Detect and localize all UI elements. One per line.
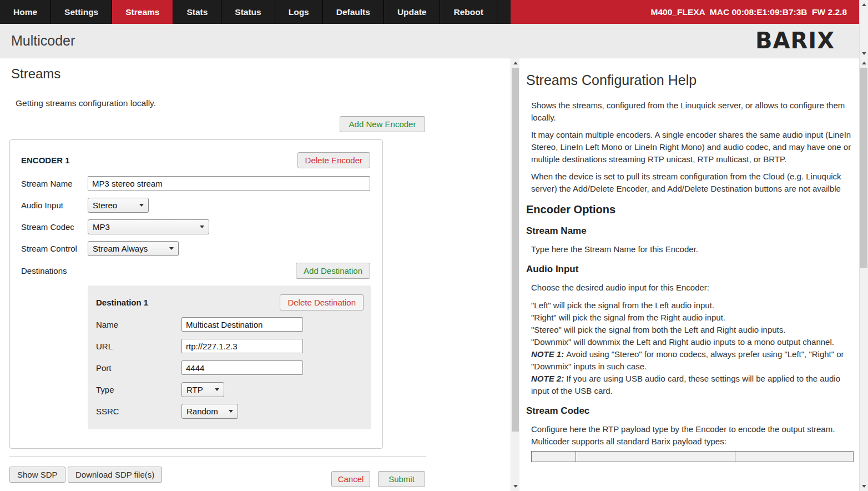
destination-type-label: Type xyxy=(96,385,181,394)
nav-tab-streams[interactable]: Streams xyxy=(112,0,173,24)
destination-ssrc-value: Random xyxy=(186,407,218,416)
encoder-title: ENCODER 1 xyxy=(21,156,70,165)
stream-name-label: Stream Name xyxy=(21,179,88,188)
cancel-button[interactable]: Cancel xyxy=(331,471,370,487)
stream-control-label: Stream Control xyxy=(21,244,88,253)
scroll-down-button[interactable] xyxy=(860,482,868,491)
audio-input-label: Audio Input xyxy=(21,201,88,210)
destination-url-input[interactable] xyxy=(181,339,303,353)
destination-ssrc-select[interactable]: Random xyxy=(181,404,238,419)
help-paragraph: Shows the streams, configured from the L… xyxy=(531,99,854,124)
download-sdp-button[interactable]: Download SDP file(s) xyxy=(68,467,162,483)
scroll-up-button[interactable] xyxy=(860,0,868,9)
table-cell xyxy=(576,451,735,462)
help-section-heading: Stream Name xyxy=(526,224,854,238)
destination-name-label: Name xyxy=(96,320,181,329)
streams-panel-scrollbar[interactable] xyxy=(511,58,519,491)
nav-tab-logs[interactable]: Logs xyxy=(275,0,323,24)
chevron-down-icon xyxy=(215,388,219,391)
destination-header: Destination 1 Delete Destination xyxy=(96,294,364,310)
chevron-down-icon xyxy=(229,410,233,413)
show-sdp-button[interactable]: Show SDP xyxy=(9,467,65,483)
nav-bar: HomeSettingsStreamsStatsStatusLogsDefaul… xyxy=(0,0,859,24)
nav-tab-settings[interactable]: Settings xyxy=(51,0,112,24)
nav-tab-defaults[interactable]: Defaults xyxy=(323,0,384,24)
scroll-up-icon xyxy=(513,62,518,64)
help-paragraph: It may contain multiple encoders. A sing… xyxy=(531,129,854,166)
stream-name-input[interactable] xyxy=(88,176,370,191)
destination-type-value: RTP xyxy=(186,385,203,394)
stream-control-select[interactable]: Stream Always xyxy=(88,241,179,256)
help-panel: Streams Configuration Help Shows the str… xyxy=(519,58,859,491)
scroll-down-icon xyxy=(862,52,866,55)
page-header: Multicoder BARIX xyxy=(0,24,859,58)
submit-button[interactable]: Submit xyxy=(378,471,425,487)
destination-url-label: URL xyxy=(96,342,181,351)
destination-port-input[interactable] xyxy=(181,360,303,375)
nav-tab-stats[interactable]: Stats xyxy=(173,0,221,24)
nav-tab-status[interactable]: Status xyxy=(221,0,275,24)
nav-tabs: HomeSettingsStreamsStatsStatusLogsDefaul… xyxy=(0,0,497,24)
scroll-up-button[interactable] xyxy=(860,58,868,68)
scroll-down-button[interactable] xyxy=(511,482,519,491)
chevron-down-icon xyxy=(200,226,204,228)
help-text: Configure here the RTP payload type by t… xyxy=(531,423,854,448)
help-text: NOTE 1: Avoid using "Stereo" for mono co… xyxy=(531,348,854,373)
device-info: M400_FLEXA MAC 00:08:E1:09:B7:3B FW 2.2.… xyxy=(511,0,859,24)
scroll-up-button[interactable] xyxy=(511,58,519,68)
audio-input-row: Audio Input Stereo xyxy=(21,198,370,213)
stream-codec-label: Stream Codec xyxy=(21,222,88,232)
add-destination-button[interactable]: Add Destination xyxy=(296,263,370,279)
help-title: Streams Configuration Help xyxy=(526,71,854,89)
destination-ssrc-row: SSRC Random xyxy=(96,404,364,418)
audio-input-value: Stereo xyxy=(93,201,117,210)
stream-name-row: Stream Name xyxy=(21,176,370,191)
help-panel-scrollbar[interactable] xyxy=(859,58,868,491)
audio-input-select[interactable]: Stereo xyxy=(88,198,149,213)
chevron-down-icon xyxy=(169,247,174,250)
help-text: "Downmix" will downmix the Left and Righ… xyxy=(531,336,854,348)
help-text: NOTE 2: If you are using USB audio card,… xyxy=(531,373,854,397)
stream-control-value: Stream Always xyxy=(93,244,148,253)
chevron-down-icon xyxy=(139,204,144,207)
streams-panel: Streams Getting streams configuration lo… xyxy=(0,58,511,491)
destination-port-label: Port xyxy=(96,363,181,373)
header-scrollbar[interactable] xyxy=(859,0,868,58)
help-paragraph: When the device is set to pull its strea… xyxy=(531,171,854,195)
help-intro: Shows the streams, configured from the L… xyxy=(526,99,854,195)
scroll-up-icon xyxy=(862,62,866,64)
destination-name-row: Name xyxy=(96,317,364,332)
table-cell xyxy=(735,451,854,462)
stream-codec-select[interactable]: MP3 xyxy=(88,219,209,234)
stream-codec-row: Stream Codec MP3 xyxy=(21,219,370,234)
add-new-encoder-button[interactable]: Add New Encoder xyxy=(340,116,425,132)
nav-tab-home[interactable]: Home xyxy=(0,0,51,24)
destinations-row: Destinations Add Destination xyxy=(21,263,370,279)
destination-title: Destination 1 xyxy=(96,298,148,307)
divider xyxy=(9,457,426,457)
destination-url-row: URL xyxy=(96,339,364,353)
destination-type-row: Type RTP xyxy=(96,382,364,397)
destination-card: Destination 1 Delete Destination Name UR… xyxy=(88,285,371,429)
scrollbar-thumb[interactable] xyxy=(860,68,867,268)
barix-logo: BARIX xyxy=(755,24,835,57)
header-frame: HomeSettingsStreamsStatsStatusLogsDefaul… xyxy=(0,0,859,58)
delete-destination-button[interactable]: Delete Destination xyxy=(280,294,364,310)
destination-port-row: Port xyxy=(96,360,364,375)
destination-type-select[interactable]: RTP xyxy=(181,382,224,397)
destinations-label: Destinations xyxy=(21,266,88,275)
delete-encoder-button[interactable]: Delete Encoder xyxy=(297,152,370,168)
streams-heading: Streams xyxy=(11,66,60,82)
help-text: "Stereo" will pick the signal from both … xyxy=(531,324,854,336)
nav-tab-reboot[interactable]: Reboot xyxy=(440,0,497,24)
help-section-heading: Stream Codec xyxy=(526,404,854,418)
destination-name-input[interactable] xyxy=(181,317,303,332)
stream-control-row: Stream Control Stream Always xyxy=(21,241,370,256)
nav-tab-update[interactable]: Update xyxy=(384,0,441,24)
nav-spacer xyxy=(497,0,511,24)
scroll-down-button[interactable] xyxy=(860,49,868,58)
encoder-header: ENCODER 1 Delete Encoder xyxy=(10,140,382,168)
scroll-up-icon xyxy=(862,3,866,6)
scrollbar-thumb[interactable] xyxy=(512,68,519,432)
help-text: Choose the desired audio input for this … xyxy=(531,282,854,294)
